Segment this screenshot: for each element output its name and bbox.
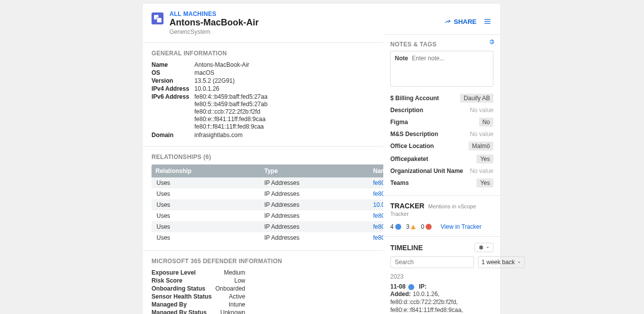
tag-row[interactable]: Office LocationMalmö (390, 140, 493, 153)
svg-rect-2 (484, 23, 490, 23)
tag-chip: Dauify AB (460, 94, 493, 103)
share-icon (444, 18, 451, 25)
view-in-tracker-link[interactable]: View in Tracker (441, 223, 482, 230)
defender-value: Medium (224, 269, 245, 276)
value-ipv6: fe80:4::b459:baff:fed5:27aa fe80:5::b459… (194, 93, 268, 131)
tag-label: Figma (390, 119, 475, 126)
tag-label: Teams (390, 179, 473, 186)
timeline-ip-label: IP: (419, 283, 426, 290)
share-label: SHARE (454, 18, 477, 25)
tag-chip: Yes (477, 155, 493, 163)
device-icon (152, 12, 163, 24)
tracker-info-count: 4 (390, 223, 401, 230)
cell-relationship: Uses (152, 221, 260, 232)
tag-label: Office Location (390, 143, 465, 150)
tag-label: $ Billing Account (390, 95, 456, 102)
tracker-err-count: 0 (421, 223, 432, 230)
cell-relationship: Uses (152, 177, 260, 188)
defender-value: Intune (229, 301, 245, 308)
ipv6-item: fe80:4::b459:baff:fed5:27aa (194, 93, 268, 101)
tag-row[interactable]: Organizational Unit NameNo value (390, 165, 493, 176)
cell-type: IP Addresses (260, 210, 369, 221)
timeline-year: 2023 (390, 273, 493, 280)
defender-label: Onboarding Status (152, 285, 205, 292)
defender-value: Active (229, 293, 245, 300)
defender-row: Risk ScoreLow (152, 277, 245, 285)
defender-value: Unknown (220, 309, 245, 314)
warning-icon (411, 225, 416, 229)
note-box[interactable]: Note (390, 51, 493, 87)
tag-label: Description (390, 107, 466, 114)
menu-icon[interactable] (483, 17, 491, 25)
gear-icon[interactable] (488, 39, 494, 45)
timeline-entry-date: 11-08 (390, 283, 406, 290)
cell-relationship: Uses (152, 199, 260, 210)
cell-relationship: Uses (152, 232, 260, 243)
defender-label: Managed By (152, 301, 187, 308)
gear-icon (478, 245, 483, 250)
tracker-warn-count: 3 (406, 223, 416, 230)
cell-relationship: Uses (152, 210, 260, 221)
defender-label: Sensor Health Status (152, 293, 212, 300)
chevron-down-icon (517, 260, 521, 265)
value-domain: infrasightlabs.com (194, 132, 243, 139)
defender-row: Managed ByIntune (152, 301, 245, 309)
svg-rect-0 (484, 19, 490, 19)
defender-row: Sensor Health StatusActive (152, 293, 245, 301)
value-ipv4: 10.0.1.26 (194, 85, 219, 92)
label-os: OS (152, 69, 194, 76)
tag-row[interactable]: OfficepaketetYes (390, 153, 493, 165)
cell-type: IP Addresses (260, 199, 369, 210)
section-title: NOTES & TAGS (390, 41, 493, 48)
tracker-section: TRACKER Mentions in vScope Tracker 4 3 0… (383, 196, 500, 237)
tag-row[interactable]: M&S DescriptionNo value (390, 129, 493, 140)
label-name: Name (152, 61, 194, 68)
cell-type: IP Addresses (260, 221, 369, 232)
tag-no-value: No value (470, 107, 493, 114)
cell-relationship: Uses (152, 188, 260, 199)
tag-no-value: No value (470, 167, 493, 174)
defender-label: Risk Score (152, 277, 182, 284)
label-ipv6: IPv6 Address (152, 93, 194, 131)
defender-row: Exposure LevelMedium (152, 269, 245, 277)
defender-value: Onboarded (215, 285, 245, 292)
label-version: Version (152, 77, 194, 84)
tag-row[interactable]: FigmaNo (390, 116, 493, 129)
chevron-down-icon (485, 245, 490, 250)
value-os: macOS (194, 69, 214, 76)
tag-label: Organizational Unit Name (390, 167, 466, 174)
info-icon (408, 284, 414, 290)
defender-label: Managed By Status (152, 309, 207, 314)
tag-chip: No (479, 118, 493, 127)
tag-label: M&S Description (390, 131, 466, 138)
col-type[interactable]: Type (260, 164, 369, 177)
timeline-section: TIMELINE 1 week back 2023 11-08 IP: Adde… (383, 237, 500, 314)
defender-row: Managed By StatusUnknown (152, 309, 245, 314)
timeline-title: TIMELINE (390, 244, 423, 252)
right-panel: NOTES & TAGS Note $ Billing AccountDauif… (383, 34, 501, 314)
note-input[interactable] (412, 55, 477, 62)
tag-chip: Yes (477, 178, 493, 187)
value-name: Antons-MacBook-Air (194, 61, 249, 68)
tag-row[interactable]: TeamsYes (390, 176, 493, 189)
breadcrumb[interactable]: ALL MACHINES (169, 10, 444, 17)
timeline-range-select[interactable]: 1 week back (478, 256, 525, 268)
svg-rect-1 (484, 21, 490, 21)
defender-label: Exposure Level (152, 269, 196, 276)
tracker-title: TRACKER (390, 202, 424, 210)
timeline-settings-button[interactable] (475, 243, 493, 252)
timeline-entry: 11-08 IP: Added:10.0.1.26, fe80:d::ccb:7… (390, 283, 493, 314)
timeline-search-input[interactable] (390, 256, 474, 268)
notes-tags-section: NOTES & TAGS Note $ Billing AccountDauif… (383, 35, 500, 196)
defender-value: Low (234, 277, 245, 284)
ipv6-item: fe80:5::b459:baff:fed5:27ab (194, 101, 268, 108)
info-icon (395, 224, 401, 230)
range-label: 1 week back (482, 259, 515, 266)
tag-row[interactable]: DescriptionNo value (390, 105, 493, 116)
value-version: 13.5.2 (22G91) (194, 77, 235, 84)
col-relationship[interactable]: Relationship (152, 164, 260, 177)
note-label: Note (395, 55, 408, 62)
ipv6-item: fe80:d::ccb:722:2f2b:f2fd (194, 108, 268, 116)
share-button[interactable]: SHARE (444, 18, 477, 25)
tag-row[interactable]: $ Billing AccountDauify AB (390, 92, 493, 105)
